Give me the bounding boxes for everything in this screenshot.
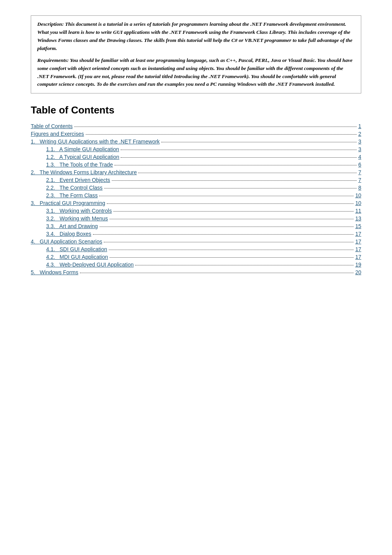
toc-entry-6: 2. The Windows Forms Library Architectur… xyxy=(31,169,361,175)
toc-entry-1: Figures and Exercises 2 xyxy=(31,131,361,137)
toc-entry-16: 4.1. SDI GUI Application 17 xyxy=(31,246,361,252)
toc-link-11[interactable]: 3.1. Working with Controls xyxy=(46,208,112,214)
toc-entry-12: 3.2. Working with Menus 13 xyxy=(31,215,361,222)
toc-page-9[interactable]: 10 xyxy=(355,192,361,198)
toc-link-17[interactable]: 4.2. MDI GUI Application xyxy=(46,254,108,260)
toc-page-18[interactable]: 19 xyxy=(355,262,361,268)
toc-page-10[interactable]: 10 xyxy=(355,200,361,206)
toc-entry-0: Table of Contents 1 xyxy=(31,123,361,129)
toc-entry-5: 1.3. The Tools of the Trade 6 xyxy=(31,162,361,168)
description-paragraph-1: Description: This document is a tutorial… xyxy=(37,20,355,53)
toc-entry-11: 3.1. Working with Controls 11 xyxy=(31,208,361,214)
toc-page-11[interactable]: 11 xyxy=(355,208,361,214)
toc-entry-4: 1.2. A Typical GUI Application 4 xyxy=(31,154,361,160)
toc-link-3[interactable]: 1.1. A Simple GUI Application xyxy=(46,146,119,152)
toc-link-8[interactable]: 2.2. The Control Class xyxy=(46,185,103,191)
toc-entry-2: 1. Writing GUI Applications with the .NE… xyxy=(31,138,361,145)
toc-entry-15: 4. GUI Application Scenarios 17 xyxy=(31,238,361,245)
toc-link-6[interactable]: 2. The Windows Forms Library Architectur… xyxy=(31,169,137,175)
toc-link-15[interactable]: 4. GUI Application Scenarios xyxy=(31,238,102,245)
toc-page-4[interactable]: 4 xyxy=(358,154,361,160)
toc-entry-7: 2.1. Event Driven Objects 7 xyxy=(31,177,361,183)
toc-link-7[interactable]: 2.1. Event Driven Objects xyxy=(46,177,110,183)
toc-entry-19: 5. Windows Forms 20 xyxy=(31,269,361,275)
toc-list: Table of Contents 1 Figures and Exercise… xyxy=(31,123,361,275)
toc-link-14[interactable]: 3.4. Dialog Boxes xyxy=(46,231,91,237)
toc-page-13[interactable]: 15 xyxy=(355,223,361,229)
toc-page-2[interactable]: 3 xyxy=(358,138,361,145)
toc-page-15[interactable]: 17 xyxy=(355,238,361,245)
toc-link-12[interactable]: 3.2. Working with Menus xyxy=(46,215,108,222)
toc-page-5[interactable]: 6 xyxy=(358,162,361,168)
toc-link-1[interactable]: Figures and Exercises xyxy=(31,131,84,137)
toc-link-5[interactable]: 1.3. The Tools of the Trade xyxy=(46,162,113,168)
toc-title: Table of Contents xyxy=(31,104,361,116)
toc-page-19[interactable]: 20 xyxy=(355,269,361,275)
toc-entry-9: 2.3. The Form Class 10 xyxy=(31,192,361,198)
toc-entry-8: 2.2. The Control Class 8 xyxy=(31,185,361,191)
description-box: Description: This document is a tutorial… xyxy=(31,15,361,93)
toc-link-10[interactable]: 3. Practical GUI Programming xyxy=(31,200,105,206)
toc-page-16[interactable]: 17 xyxy=(355,246,361,252)
toc-page-17[interactable]: 17 xyxy=(355,254,361,260)
toc-page-6[interactable]: 7 xyxy=(358,169,361,175)
toc-page-7[interactable]: 7 xyxy=(358,177,361,183)
toc-entry-17: 4.2. MDI GUI Application 17 xyxy=(31,254,361,260)
toc-link-9[interactable]: 2.3. The Form Class xyxy=(46,192,98,198)
toc-link-16[interactable]: 4.1. SDI GUI Application xyxy=(46,246,107,252)
toc-link-19[interactable]: 5. Windows Forms xyxy=(31,269,78,275)
toc-link-13[interactable]: 3.3. Art and Drawing xyxy=(46,223,98,229)
toc-page-3[interactable]: 3 xyxy=(358,146,361,152)
toc-entry-18: 4.3. Web-Deployed GUI Application 19 xyxy=(31,262,361,268)
toc-entry-3: 1.1. A Simple GUI Application 3 xyxy=(31,146,361,152)
toc-link-0[interactable]: Table of Contents xyxy=(31,123,73,129)
toc-entry-10: 3. Practical GUI Programming 10 xyxy=(31,200,361,206)
toc-page-0[interactable]: 1 xyxy=(358,123,361,129)
toc-page-8[interactable]: 8 xyxy=(358,185,361,191)
description-paragraph-2: Requirements: You should be familiar wit… xyxy=(37,57,355,89)
toc-entry-14: 3.4. Dialog Boxes 17 xyxy=(31,231,361,237)
toc-link-18[interactable]: 4.3. Web-Deployed GUI Application xyxy=(46,262,134,268)
toc-page-1[interactable]: 2 xyxy=(358,131,361,137)
toc-entry-13: 3.3. Art and Drawing 15 xyxy=(31,223,361,229)
toc-page-14[interactable]: 17 xyxy=(355,231,361,237)
toc-page-12[interactable]: 13 xyxy=(355,215,361,222)
toc-link-2[interactable]: 1. Writing GUI Applications with the .NE… xyxy=(31,138,160,145)
toc-link-4[interactable]: 1.2. A Typical GUI Application xyxy=(46,154,119,160)
